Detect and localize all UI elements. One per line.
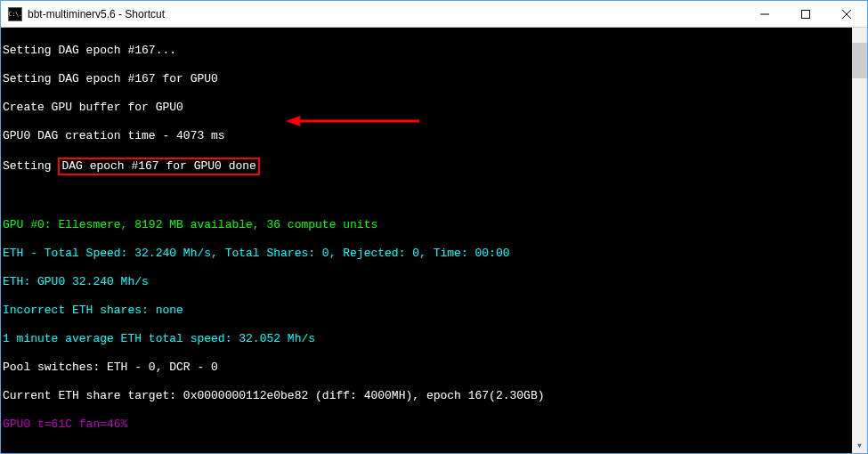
console-line: 1 minute average ETH total speed: 32.052… [3,332,867,346]
console-line [3,446,867,454]
minimize-button[interactable] [744,1,785,28]
app-icon: C:\. [8,7,22,21]
highlight-box: DAG epoch #167 for GPU0 done [58,158,259,175]
console-line: GPU0 DAG creation time - 4073 ms [3,129,867,143]
console-line: ETH - Total Speed: 32.240 Mh/s, Total Sh… [3,247,867,261]
console-line: Incorrect ETH shares: none [3,304,867,318]
close-button[interactable] [826,1,867,28]
annotation-arrow-icon [286,114,419,128]
svg-marker-5 [286,116,300,126]
window-title: bbt-multiminerv5.6 - Shortcut [28,8,744,20]
console-line: GPU #0: Ellesmere, 8192 MB available, 36… [3,218,867,232]
console-line: GPU0 t=61C fan=46% [3,418,867,432]
console-line: Create GPU buffer for GPU0 [3,101,867,115]
console-line: Current ETH share target: 0x0000000112e0… [3,389,867,403]
console-line [3,190,867,204]
console-text: Setting [3,159,58,173]
console-line: ETH: GPU0 32.240 Mh/s [3,275,867,289]
scroll-down-button[interactable]: ▼ [852,438,867,453]
console-line: Pool switches: ETH - 0, DCR - 0 [3,361,867,375]
scrollbar-thumb[interactable] [852,43,867,78]
window-controls [744,1,867,28]
svg-rect-1 [802,10,810,18]
vertical-scrollbar[interactable]: ▲ ▼ [852,28,867,453]
console-line: Setting DAG epoch #167 for GPU0 [3,72,867,86]
console-line: Setting DAG epoch #167 for GPU0 done [3,158,867,175]
console-line: Setting DAG epoch #167... [3,44,867,58]
console-output[interactable]: Setting DAG epoch #167... Setting DAG ep… [1,28,867,453]
window-titlebar: C:\. bbt-multiminerv5.6 - Shortcut [1,1,867,28]
maximize-button[interactable] [785,1,826,28]
